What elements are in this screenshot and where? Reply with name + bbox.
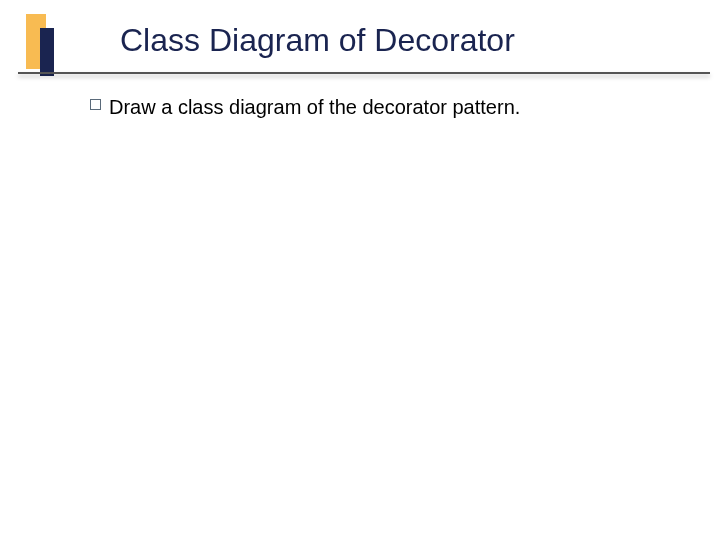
bullet-text: Draw a class diagram of the decorator pa… [109, 94, 520, 120]
deco-navy-box [40, 28, 54, 76]
slide: Class Diagram of Decorator Draw a class … [0, 0, 720, 540]
title-decoration [26, 14, 54, 76]
slide-body: Draw a class diagram of the decorator pa… [90, 94, 700, 120]
bullet-item: Draw a class diagram of the decorator pa… [90, 94, 700, 120]
square-bullet-icon [90, 99, 101, 110]
slide-title: Class Diagram of Decorator [120, 22, 515, 59]
title-underline [18, 72, 710, 74]
